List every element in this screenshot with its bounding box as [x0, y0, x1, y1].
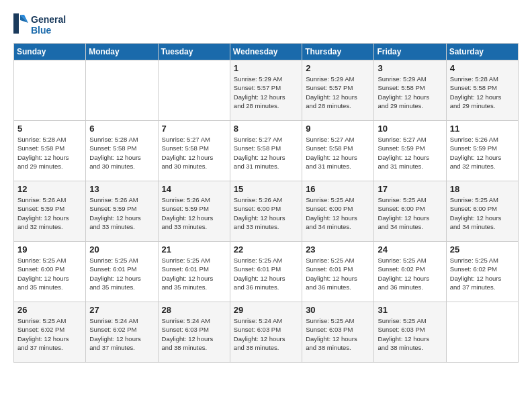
logo: General Blue — [13, 11, 74, 38]
day-number: 25 — [450, 244, 515, 255]
calendar-day-cell — [158, 60, 230, 121]
day-number: 3 — [378, 63, 442, 73]
day-number: 14 — [162, 184, 226, 194]
day-info: Sunrise: 5:25 AM Sunset: 6:02 PM Dayligh… — [378, 256, 442, 291]
day-number: 5 — [17, 124, 82, 134]
day-number: 26 — [17, 305, 82, 315]
day-number: 2 — [306, 63, 370, 73]
calendar-day-cell: 29Sunrise: 5:24 AM Sunset: 6:03 PM Dayli… — [230, 302, 302, 363]
calendar-day-cell: 6Sunrise: 5:28 AM Sunset: 5:58 PM Daylig… — [86, 121, 158, 181]
day-info: Sunrise: 5:28 AM Sunset: 5:58 PM Dayligh… — [89, 135, 154, 171]
calendar-day-cell: 7Sunrise: 5:27 AM Sunset: 5:58 PM Daylig… — [158, 121, 230, 181]
calendar-day-cell — [446, 302, 518, 363]
calendar-body: 1Sunrise: 5:29 AM Sunset: 5:57 PM Daylig… — [14, 60, 519, 363]
day-number: 17 — [378, 184, 442, 194]
calendar-header-cell: Friday — [374, 44, 446, 60]
calendar-week-row: 12Sunrise: 5:26 AM Sunset: 5:59 PM Dayli… — [14, 181, 519, 242]
calendar-day-cell: 16Sunrise: 5:25 AM Sunset: 6:00 PM Dayli… — [302, 181, 374, 242]
calendar-header-cell: Sunday — [14, 44, 86, 60]
day-info: Sunrise: 5:25 AM Sunset: 6:03 PM Dayligh… — [378, 316, 442, 352]
calendar-day-cell: 28Sunrise: 5:24 AM Sunset: 6:03 PM Dayli… — [158, 302, 230, 363]
day-info: Sunrise: 5:27 AM Sunset: 5:59 PM Dayligh… — [378, 135, 442, 171]
calendar-table: SundayMondayTuesdayWednesdayThursdayFrid… — [13, 43, 519, 363]
svg-rect-4 — [13, 13, 19, 34]
day-info: Sunrise: 5:25 AM Sunset: 6:00 PM Dayligh… — [450, 195, 515, 231]
logo-svg: General Blue — [13, 11, 74, 38]
day-info: Sunrise: 5:25 AM Sunset: 6:01 PM Dayligh… — [306, 256, 370, 291]
calendar-day-cell: 3Sunrise: 5:29 AM Sunset: 5:58 PM Daylig… — [374, 60, 446, 121]
day-number: 31 — [378, 305, 442, 315]
calendar-day-cell: 9Sunrise: 5:27 AM Sunset: 5:58 PM Daylig… — [302, 121, 374, 181]
calendar-week-row: 1Sunrise: 5:29 AM Sunset: 5:57 PM Daylig… — [14, 60, 519, 121]
day-info: Sunrise: 5:25 AM Sunset: 6:02 PM Dayligh… — [17, 316, 82, 352]
calendar-day-cell: 11Sunrise: 5:26 AM Sunset: 5:59 PM Dayli… — [446, 121, 518, 181]
day-info: Sunrise: 5:26 AM Sunset: 6:00 PM Dayligh… — [234, 195, 298, 231]
day-number: 8 — [234, 124, 298, 134]
calendar-day-cell: 27Sunrise: 5:24 AM Sunset: 6:02 PM Dayli… — [86, 302, 158, 363]
day-info: Sunrise: 5:27 AM Sunset: 5:58 PM Dayligh… — [234, 135, 298, 171]
day-number: 27 — [89, 305, 154, 315]
day-number: 10 — [378, 124, 442, 134]
svg-text:General: General — [31, 14, 66, 25]
day-number: 4 — [450, 63, 515, 73]
calendar-day-cell: 17Sunrise: 5:25 AM Sunset: 6:00 PM Dayli… — [374, 181, 446, 242]
day-number: 6 — [89, 124, 154, 134]
calendar-day-cell — [86, 60, 158, 121]
day-info: Sunrise: 5:24 AM Sunset: 6:03 PM Dayligh… — [162, 316, 226, 352]
calendar-day-cell: 19Sunrise: 5:25 AM Sunset: 6:00 PM Dayli… — [14, 242, 86, 302]
calendar-day-cell: 14Sunrise: 5:26 AM Sunset: 5:59 PM Dayli… — [158, 181, 230, 242]
day-number: 11 — [450, 124, 515, 134]
day-info: Sunrise: 5:29 AM Sunset: 5:57 PM Dayligh… — [306, 75, 370, 110]
calendar-day-cell: 1Sunrise: 5:29 AM Sunset: 5:57 PM Daylig… — [230, 60, 302, 121]
day-number: 13 — [89, 184, 154, 194]
calendar-day-cell: 31Sunrise: 5:25 AM Sunset: 6:03 PM Dayli… — [374, 302, 446, 363]
day-number: 21 — [162, 244, 226, 255]
day-number: 18 — [450, 184, 515, 194]
calendar-day-cell: 23Sunrise: 5:25 AM Sunset: 6:01 PM Dayli… — [302, 242, 374, 302]
day-number: 16 — [306, 184, 370, 194]
calendar-day-cell: 20Sunrise: 5:25 AM Sunset: 6:01 PM Dayli… — [86, 242, 158, 302]
day-info: Sunrise: 5:26 AM Sunset: 5:59 PM Dayligh… — [89, 195, 154, 231]
calendar-header-cell: Saturday — [446, 44, 518, 60]
calendar-day-cell: 15Sunrise: 5:26 AM Sunset: 6:00 PM Dayli… — [230, 181, 302, 242]
day-info: Sunrise: 5:25 AM Sunset: 6:01 PM Dayligh… — [89, 256, 154, 291]
day-info: Sunrise: 5:26 AM Sunset: 5:59 PM Dayligh… — [450, 135, 515, 171]
day-info: Sunrise: 5:24 AM Sunset: 6:02 PM Dayligh… — [89, 316, 154, 352]
day-number: 30 — [306, 305, 370, 315]
calendar-day-cell: 25Sunrise: 5:25 AM Sunset: 6:02 PM Dayli… — [446, 242, 518, 302]
calendar-day-cell: 24Sunrise: 5:25 AM Sunset: 6:02 PM Dayli… — [374, 242, 446, 302]
day-number: 20 — [89, 244, 154, 255]
day-number: 28 — [162, 305, 226, 315]
day-info: Sunrise: 5:29 AM Sunset: 5:57 PM Dayligh… — [234, 75, 298, 110]
calendar-day-cell: 13Sunrise: 5:26 AM Sunset: 5:59 PM Dayli… — [86, 181, 158, 242]
calendar-day-cell: 2Sunrise: 5:29 AM Sunset: 5:57 PM Daylig… — [302, 60, 374, 121]
calendar-day-cell: 8Sunrise: 5:27 AM Sunset: 5:58 PM Daylig… — [230, 121, 302, 181]
day-number: 29 — [234, 305, 298, 315]
day-number: 23 — [306, 244, 370, 255]
day-info: Sunrise: 5:26 AM Sunset: 5:59 PM Dayligh… — [162, 195, 226, 231]
calendar-day-cell: 22Sunrise: 5:25 AM Sunset: 6:01 PM Dayli… — [230, 242, 302, 302]
day-number: 19 — [17, 244, 82, 255]
day-number: 1 — [234, 63, 298, 73]
day-info: Sunrise: 5:25 AM Sunset: 6:03 PM Dayligh… — [306, 316, 370, 352]
calendar-header-row: SundayMondayTuesdayWednesdayThursdayFrid… — [14, 44, 519, 60]
day-number: 15 — [234, 184, 298, 194]
calendar-day-cell — [14, 60, 86, 121]
day-info: Sunrise: 5:25 AM Sunset: 6:00 PM Dayligh… — [306, 195, 370, 231]
day-info: Sunrise: 5:25 AM Sunset: 6:00 PM Dayligh… — [17, 256, 82, 291]
day-info: Sunrise: 5:25 AM Sunset: 6:00 PM Dayligh… — [378, 195, 442, 231]
day-info: Sunrise: 5:29 AM Sunset: 5:58 PM Dayligh… — [378, 75, 442, 110]
calendar-header-cell: Thursday — [302, 44, 374, 60]
day-info: Sunrise: 5:27 AM Sunset: 5:58 PM Dayligh… — [162, 135, 226, 171]
calendar-day-cell: 26Sunrise: 5:25 AM Sunset: 6:02 PM Dayli… — [14, 302, 86, 363]
day-info: Sunrise: 5:28 AM Sunset: 5:58 PM Dayligh… — [17, 135, 82, 171]
calendar-day-cell: 4Sunrise: 5:28 AM Sunset: 5:58 PM Daylig… — [446, 60, 518, 121]
day-number: 24 — [378, 244, 442, 255]
day-info: Sunrise: 5:25 AM Sunset: 6:02 PM Dayligh… — [450, 256, 515, 291]
day-info: Sunrise: 5:27 AM Sunset: 5:58 PM Dayligh… — [306, 135, 370, 171]
calendar-day-cell: 12Sunrise: 5:26 AM Sunset: 5:59 PM Dayli… — [14, 181, 86, 242]
calendar-day-cell: 30Sunrise: 5:25 AM Sunset: 6:03 PM Dayli… — [302, 302, 374, 363]
page-header: General Blue — [13, 11, 519, 38]
day-info: Sunrise: 5:26 AM Sunset: 5:59 PM Dayligh… — [17, 195, 82, 231]
calendar-header-cell: Tuesday — [158, 44, 230, 60]
